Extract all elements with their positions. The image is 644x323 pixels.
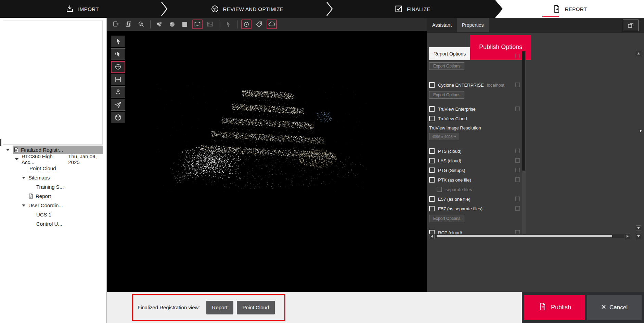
chevron-down-icon[interactable] bbox=[22, 204, 25, 207]
viewport-bottom-bar: Finalized Registration view: Report Poin… bbox=[107, 292, 522, 323]
truview-resolution-label: TruView Image Resolution bbox=[429, 123, 522, 132]
project-sidebar: Finalized Registr... RTC360 High Acc... … bbox=[0, 18, 107, 323]
option-label: LGS File bbox=[438, 54, 455, 59]
ptx-one-file-checkbox[interactable] bbox=[429, 177, 435, 183]
row-settings-box[interactable] bbox=[515, 206, 520, 211]
tree-item-report[interactable]: Report bbox=[0, 191, 106, 201]
row-settings-box[interactable] bbox=[515, 197, 520, 201]
walk-mode-icon[interactable] bbox=[111, 86, 125, 98]
row-settings-box[interactable] bbox=[515, 158, 520, 163]
inner-vertical-scrollbar[interactable] bbox=[522, 51, 526, 234]
tree-item-user-coordinates[interactable]: User Coordin... bbox=[0, 201, 106, 210]
application-window: IMPORT REVIEW AND OPTIMIZE bbox=[0, 0, 644, 323]
tree-item-label: Training S... bbox=[36, 184, 64, 190]
orbit-icon[interactable] bbox=[111, 61, 125, 73]
tab-assistant[interactable]: Assistant bbox=[427, 18, 457, 32]
setup-markers-icon[interactable] bbox=[241, 20, 252, 29]
point-cloud-icon[interactable] bbox=[267, 20, 277, 29]
option-label: LAS (cloud) bbox=[438, 158, 461, 163]
row-ptg-setups: PTG (Setups) bbox=[429, 165, 522, 175]
step-report[interactable]: REPORT bbox=[495, 0, 644, 18]
chevron-down-icon[interactable] bbox=[6, 149, 10, 151]
ptg-setups-checkbox[interactable] bbox=[429, 167, 435, 173]
row-e57-one-file: E57 (as one file) bbox=[429, 194, 522, 204]
row-truview-enterprise: TruView Enterprise bbox=[429, 104, 522, 114]
popout-window-icon[interactable] bbox=[623, 20, 639, 31]
3d-viewport[interactable] bbox=[107, 31, 427, 292]
step-finalize[interactable]: FINALIZE bbox=[330, 0, 495, 18]
tag-labels-icon[interactable] bbox=[254, 20, 264, 29]
panorama-icon[interactable] bbox=[192, 20, 203, 29]
publish-button[interactable]: Publish bbox=[524, 295, 585, 320]
point-cloud-canvas[interactable] bbox=[107, 31, 427, 292]
cancel-label: Cancel bbox=[609, 304, 628, 311]
option-label: E57 (as separate files) bbox=[438, 206, 482, 211]
e57-separate-files-checkbox[interactable] bbox=[429, 206, 435, 211]
review-optimize-icon bbox=[210, 4, 219, 13]
apply-view-icon[interactable] bbox=[111, 20, 121, 29]
row-settings-box[interactable] bbox=[515, 168, 520, 172]
step-import[interactable]: IMPORT bbox=[0, 0, 164, 18]
point-cloud-view-button[interactable]: Point Cloud bbox=[237, 301, 275, 314]
tree-item-sitemaps[interactable]: Sitemaps bbox=[0, 173, 106, 182]
scroll-up-button[interactable] bbox=[636, 51, 641, 56]
duplicate-window-icon[interactable] bbox=[124, 20, 134, 29]
plane-icon[interactable] bbox=[180, 20, 190, 29]
option-label: PTS (cloud) bbox=[438, 149, 462, 154]
tree-item-training-s[interactable]: Training S... bbox=[0, 182, 106, 191]
row-ptx-one-file: PTX (as one file) bbox=[429, 175, 522, 185]
row-settings-box[interactable] bbox=[515, 107, 520, 111]
option-label: PTX (as one file) bbox=[438, 177, 471, 183]
step-review-optimize[interactable]: REVIEW AND OPTIMIZE bbox=[164, 0, 330, 18]
cursor-tool-icon[interactable] bbox=[223, 20, 233, 29]
fly-mode-icon[interactable] bbox=[111, 99, 125, 111]
cancel-button[interactable]: Cancel bbox=[587, 295, 642, 320]
rcp-cloud-checkbox[interactable] bbox=[429, 230, 435, 234]
tree-item-control-u[interactable]: Control U... bbox=[0, 219, 106, 228]
select-cursor-icon[interactable] bbox=[111, 36, 125, 47]
zoom-region-icon[interactable] bbox=[136, 20, 146, 29]
horizontal-scrollbar[interactable] bbox=[429, 234, 630, 239]
truview-enterprise-checkbox[interactable] bbox=[429, 106, 435, 112]
row-settings-box[interactable] bbox=[515, 54, 520, 58]
row-pts-cloud: PTS (cloud) bbox=[429, 146, 522, 156]
scroll-down-button[interactable] bbox=[636, 225, 641, 231]
scroll-corner-button[interactable] bbox=[636, 234, 641, 239]
panel-collapse-handle[interactable] bbox=[640, 127, 643, 134]
truview-cloud-checkbox[interactable] bbox=[429, 116, 435, 121]
scroll-left-button[interactable] bbox=[429, 234, 435, 239]
step-label: REPORT bbox=[565, 6, 587, 12]
chevron-down-icon[interactable] bbox=[22, 177, 25, 179]
workflow-stepper: IMPORT REVIEW AND OPTIMIZE bbox=[0, 0, 644, 18]
scrollbar-track[interactable] bbox=[435, 234, 624, 238]
scroll-right-button[interactable] bbox=[625, 234, 630, 239]
row-settings-box[interactable] bbox=[515, 230, 520, 234]
lgs-file-checkbox[interactable] bbox=[429, 53, 435, 59]
scrollbar-thumb[interactable] bbox=[522, 51, 525, 171]
view-cube-icon[interactable] bbox=[111, 112, 125, 123]
sphere-icon[interactable] bbox=[167, 20, 177, 29]
row-settings-box[interactable] bbox=[515, 149, 520, 153]
row-settings-box[interactable] bbox=[515, 83, 520, 87]
finalize-check-icon bbox=[394, 4, 403, 13]
e57-one-file-checkbox[interactable] bbox=[429, 196, 435, 202]
scrollbar-thumb[interactable] bbox=[437, 235, 612, 237]
triangle-down-icon bbox=[637, 227, 640, 229]
pts-cloud-checkbox[interactable] bbox=[429, 148, 435, 154]
sidebar-collapse-handle[interactable] bbox=[0, 139, 1, 146]
report-view-button[interactable]: Report bbox=[206, 301, 233, 314]
pan-icon[interactable] bbox=[111, 74, 125, 85]
cluster-icon[interactable] bbox=[154, 20, 165, 29]
tab-properties[interactable]: Properties bbox=[457, 18, 489, 32]
cyclone-enterprise-checkbox[interactable] bbox=[429, 82, 435, 88]
tree-item-rtc360[interactable]: RTC360 High Acc... Thu, Jan 09, 2025 bbox=[0, 154, 106, 164]
row-settings-box[interactable] bbox=[515, 177, 520, 182]
multi-select-icon[interactable] bbox=[111, 48, 125, 60]
las-cloud-checkbox[interactable] bbox=[429, 158, 435, 163]
chevron-down-icon[interactable] bbox=[15, 158, 18, 160]
image-icon[interactable] bbox=[205, 20, 215, 29]
tree-item-point-cloud[interactable]: Point Cloud bbox=[0, 164, 106, 173]
row-las-cloud: LAS (cloud) bbox=[429, 156, 522, 165]
project-tree: Finalized Registr... RTC360 High Acc... … bbox=[0, 145, 106, 228]
tree-item-ucs-1[interactable]: UCS 1 bbox=[0, 210, 106, 219]
